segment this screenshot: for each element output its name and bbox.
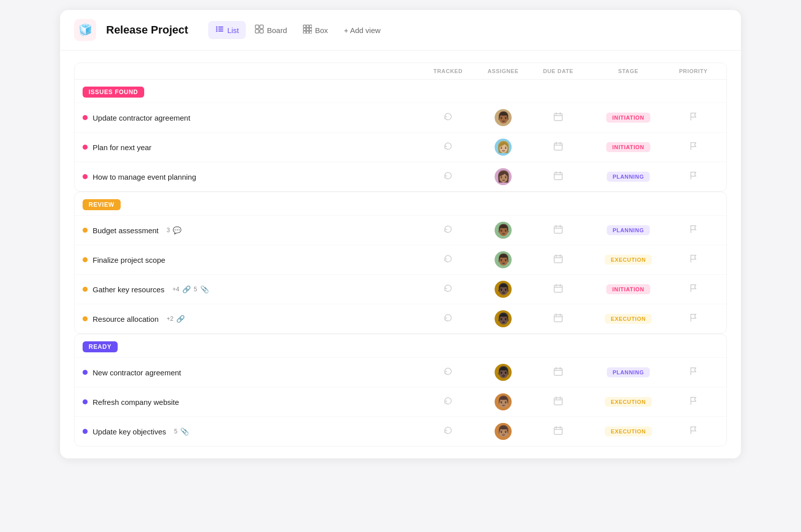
due-date-cell[interactable] <box>528 112 588 124</box>
stage-badge[interactable]: EXECUTION <box>605 314 652 324</box>
refresh-icon[interactable] <box>443 396 453 408</box>
stage-cell[interactable]: INITIATION <box>588 113 668 123</box>
stage-cell[interactable]: PLANNING <box>588 367 668 377</box>
refresh-icon[interactable] <box>443 171 453 183</box>
priority-cell[interactable] <box>668 426 718 437</box>
priority-cell[interactable] <box>668 254 718 265</box>
due-date-cell[interactable] <box>528 425 588 438</box>
calendar-icon[interactable] <box>553 254 563 266</box>
assignee-cell[interactable]: 👨🏾 <box>478 222 528 239</box>
stage-badge[interactable]: INITIATION <box>606 284 650 294</box>
due-date-cell[interactable] <box>528 141 588 154</box>
due-date-cell[interactable] <box>528 313 588 325</box>
flag-icon[interactable] <box>689 313 698 324</box>
stage-badge[interactable]: EXECUTION <box>605 255 652 265</box>
flag-icon[interactable] <box>689 225 698 236</box>
calendar-icon[interactable] <box>553 313 563 325</box>
assignee-cell[interactable]: 👨🏽 <box>478 393 528 410</box>
stage-cell[interactable]: PLANNING <box>588 225 668 235</box>
refresh-icon[interactable] <box>443 254 453 266</box>
task-name[interactable]: Refresh company website <box>93 398 179 406</box>
assignee-cell[interactable]: 👨🏾 <box>478 251 528 268</box>
stage-badge[interactable]: INITIATION <box>606 142 650 152</box>
priority-cell[interactable] <box>668 313 718 324</box>
stage-badge[interactable]: PLANNING <box>607 225 650 235</box>
task-name[interactable]: Plan for next year <box>93 143 152 152</box>
due-date-cell[interactable] <box>528 254 588 266</box>
section-issues-found: TRACKED ASSIGNEE DUE DATE STAGE PRIORITY… <box>74 63 727 192</box>
task-name[interactable]: Update contractor agreement <box>93 114 190 122</box>
refresh-icon[interactable] <box>443 425 453 438</box>
flag-icon[interactable] <box>689 367 698 378</box>
assignee-cell[interactable]: 👩🏼 <box>478 139 528 156</box>
priority-cell[interactable] <box>668 112 718 123</box>
calendar-icon[interactable] <box>553 112 563 124</box>
due-date-cell[interactable] <box>528 171 588 183</box>
assignee-cell[interactable]: 👨🏾 <box>478 109 528 126</box>
calendar-icon[interactable] <box>553 224 563 237</box>
stage-badge[interactable]: PLANNING <box>607 172 650 182</box>
due-date-cell[interactable] <box>528 366 588 379</box>
priority-cell[interactable] <box>668 171 718 182</box>
tab-board[interactable]: Board <box>248 21 294 39</box>
task-dot <box>83 174 88 179</box>
task-name[interactable]: How to manage event planning <box>93 173 196 181</box>
tab-list[interactable]: List <box>208 21 246 39</box>
calendar-icon[interactable] <box>553 425 563 438</box>
priority-cell[interactable] <box>668 284 718 295</box>
tab-box[interactable]: Box <box>296 21 335 39</box>
stage-cell[interactable]: INITIATION <box>588 284 668 294</box>
assignee-cell[interactable]: 👨🏽 <box>478 423 528 440</box>
priority-cell[interactable] <box>668 367 718 378</box>
task-name[interactable]: Finalize project scope <box>93 256 165 264</box>
flag-icon[interactable] <box>689 112 698 123</box>
flag-icon[interactable] <box>689 254 698 265</box>
assignee-cell[interactable]: 👩🏽 <box>478 168 528 185</box>
flag-icon[interactable] <box>689 396 698 407</box>
due-date-cell[interactable] <box>528 224 588 237</box>
calendar-icon[interactable] <box>553 396 563 408</box>
stage-badge[interactable]: PLANNING <box>607 367 650 377</box>
flag-icon[interactable] <box>689 142 698 153</box>
priority-cell[interactable] <box>668 142 718 153</box>
section-badge-ready: READY <box>83 341 118 352</box>
task-name[interactable]: Resource allocation <box>93 315 159 323</box>
due-date-cell[interactable] <box>528 283 588 296</box>
flag-icon[interactable] <box>689 171 698 182</box>
assignee-cell[interactable]: 👨🏿 <box>478 281 528 298</box>
stage-cell[interactable]: EXECUTION <box>588 314 668 324</box>
flag-icon[interactable] <box>689 284 698 295</box>
refresh-icon[interactable] <box>443 112 453 124</box>
refresh-icon[interactable] <box>443 283 453 296</box>
task-name[interactable]: Gather key resources <box>93 285 164 294</box>
calendar-icon[interactable] <box>553 141 563 154</box>
task-row: Finalize project scope 👨🏾 <box>75 245 726 274</box>
due-date-cell[interactable] <box>528 396 588 408</box>
assignee-cell[interactable]: 👨🏿 <box>478 310 528 327</box>
add-view-button[interactable]: + Add view <box>337 23 387 38</box>
calendar-icon[interactable] <box>553 171 563 183</box>
calendar-icon[interactable] <box>553 366 563 379</box>
task-name[interactable]: Update key objectives <box>93 427 166 436</box>
task-dot <box>83 115 88 120</box>
assignee-cell[interactable]: 👨🏿 <box>478 364 528 381</box>
stage-badge[interactable]: EXECUTION <box>605 397 652 407</box>
priority-cell[interactable] <box>668 396 718 407</box>
task-name[interactable]: Budget assessment <box>93 226 159 235</box>
stage-cell[interactable]: EXECUTION <box>588 397 668 407</box>
stage-cell[interactable]: INITIATION <box>588 142 668 152</box>
refresh-icon[interactable] <box>443 366 453 379</box>
stage-cell[interactable]: EXECUTION <box>588 255 668 265</box>
stage-badge[interactable]: INITIATION <box>606 113 650 123</box>
refresh-icon[interactable] <box>443 313 453 325</box>
refresh-icon[interactable] <box>443 141 453 154</box>
calendar-icon[interactable] <box>553 283 563 296</box>
stage-cell[interactable]: EXECUTION <box>588 426 668 436</box>
refresh-icon[interactable] <box>443 224 453 237</box>
stage-badge[interactable]: EXECUTION <box>605 426 652 436</box>
nav-tabs: List Board Box + Add view <box>208 21 387 39</box>
task-name[interactable]: New contractor agreement <box>93 368 181 377</box>
stage-cell[interactable]: PLANNING <box>588 172 668 182</box>
priority-cell[interactable] <box>668 225 718 236</box>
flag-icon[interactable] <box>689 426 698 437</box>
